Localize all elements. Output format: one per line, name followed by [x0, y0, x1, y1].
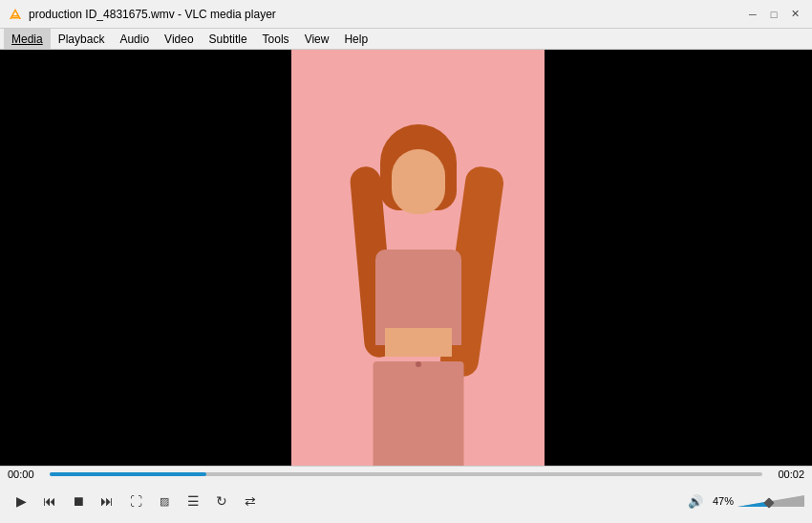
buttons-row: ▶ ⏮ ⏹ ⏭ ⛶ ▨ ☰ ↻ ⇄	[0, 482, 812, 520]
time-total: 00:02	[768, 469, 804, 480]
volume-area: 🔊 47%	[682, 488, 804, 514]
black-bar-right	[545, 50, 812, 466]
stop-icon: ⏹	[72, 493, 85, 509]
svg-marker-5	[737, 501, 769, 507]
menu-audio[interactable]: Audio	[112, 29, 157, 49]
progress-fill	[50, 472, 206, 476]
minimize-button[interactable]: ─	[743, 5, 762, 24]
window-title: production ID_4831675.wmv - VLC media pl…	[29, 8, 743, 21]
video-content	[291, 50, 545, 466]
extended-button[interactable]: ▨	[151, 488, 178, 514]
prev-icon: ⏮	[43, 493, 56, 509]
next-button[interactable]: ⏭	[94, 488, 120, 514]
volume-icon: 🔊	[688, 494, 703, 509]
playlist-button[interactable]: ☰	[180, 488, 206, 514]
volume-label: 47%	[713, 495, 734, 507]
progress-area: 00:00 00:02	[0, 467, 812, 482]
next-icon: ⏭	[100, 493, 114, 509]
fullscreen-icon: ⛶	[130, 494, 142, 509]
random-button[interactable]: ⇄	[237, 488, 264, 514]
menu-tools[interactable]: Tools	[255, 29, 297, 49]
video-frame	[0, 50, 812, 466]
waistband	[416, 361, 421, 367]
menu-bar: Media Playback Audio Video Subtitle Tool…	[0, 29, 812, 50]
svg-rect-3	[12, 17, 19, 19]
menu-view[interactable]: View	[297, 29, 337, 49]
menu-video[interactable]: Video	[157, 29, 201, 49]
app-icon	[8, 7, 23, 22]
stop-button[interactable]: ⏹	[65, 488, 92, 514]
time-current: 00:00	[8, 469, 44, 480]
loop-button[interactable]: ↻	[208, 488, 235, 514]
extended-icon: ▨	[160, 495, 169, 508]
menu-help[interactable]: Help	[336, 29, 375, 49]
title-bar: production ID_4831675.wmv - VLC media pl…	[0, 0, 812, 29]
menu-subtitle[interactable]: Subtitle	[202, 29, 255, 49]
play-button[interactable]: ▶	[8, 488, 34, 514]
menu-media[interactable]: Media	[4, 29, 51, 49]
volume-button[interactable]: 🔊	[682, 488, 709, 514]
face	[392, 149, 445, 214]
figure	[323, 50, 514, 466]
random-icon: ⇄	[245, 493, 256, 509]
playlist-icon: ☰	[187, 493, 200, 509]
loop-icon: ↻	[216, 493, 227, 509]
window-controls: ─ □ ✕	[743, 5, 804, 24]
svg-rect-2	[12, 15, 18, 17]
play-icon: ▶	[16, 493, 27, 509]
maximize-button[interactable]: □	[764, 5, 783, 24]
pants	[373, 361, 463, 466]
controls-bar: 00:00 00:02 ▶ ⏮ ⏹ ⏭ ⛶ ▨ ☰	[0, 466, 812, 523]
volume-slider[interactable]	[737, 493, 804, 509]
video-area	[0, 50, 812, 466]
prev-button[interactable]: ⏮	[36, 488, 63, 514]
torso	[385, 328, 452, 357]
progress-track[interactable]	[50, 472, 762, 476]
menu-playback[interactable]: Playback	[51, 29, 113, 49]
fullscreen-button[interactable]: ⛶	[122, 488, 149, 514]
black-bar-left	[0, 50, 291, 466]
close-button[interactable]: ✕	[785, 5, 804, 24]
